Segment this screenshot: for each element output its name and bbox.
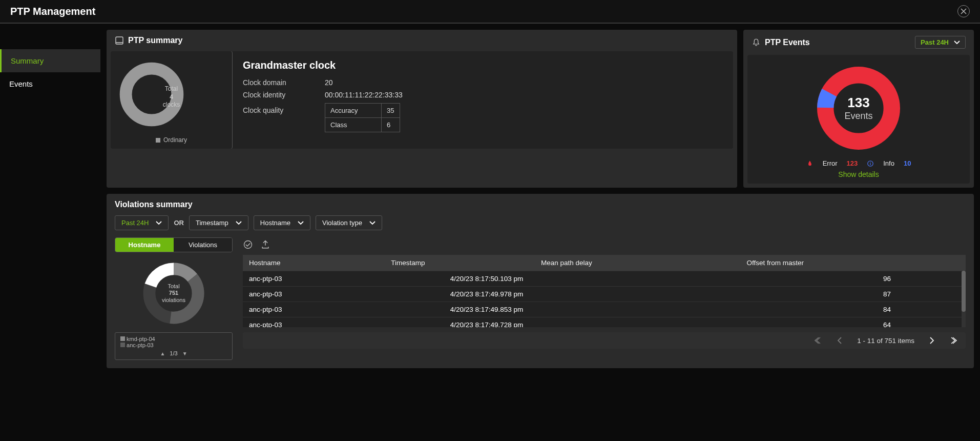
info-count: 10 <box>904 159 911 167</box>
table-row[interactable]: anc-ptp-034/20/23 8:17:49.978 pm87 <box>243 287 966 302</box>
chevron-down-icon <box>156 221 162 225</box>
table-pager: 1 - 11 of 751 items <box>243 332 966 349</box>
table-row[interactable]: anc-ptp-034/20/23 8:17:49.853 pm84 <box>243 302 966 317</box>
close-icon[interactable] <box>957 5 970 17</box>
show-details-link[interactable]: Show details <box>756 170 962 178</box>
gm-domain-value: 20 <box>325 78 333 87</box>
col-hostname[interactable]: Hostname <box>243 255 385 271</box>
seg-violations[interactable]: Violations <box>174 238 232 252</box>
events-total-value: 133 <box>847 95 869 111</box>
info-icon <box>867 160 874 167</box>
filter-hostname-dropdown[interactable]: Hostname <box>254 215 310 230</box>
quality-class-value: 6 <box>382 118 400 132</box>
table-cell: anc-ptp-03 <box>243 287 444 302</box>
pager-text: 1 - 11 of 751 items <box>857 337 914 345</box>
table-cell: 4/20/23 8:17:49.853 pm <box>444 302 823 317</box>
quality-accuracy-value: 35 <box>382 104 400 118</box>
gm-quality-label: Clock quality <box>243 103 325 114</box>
events-donut: 133 Events <box>812 62 905 154</box>
panel-title: PTP Events <box>765 38 810 47</box>
donut-center-label: Total <box>116 85 227 93</box>
select-all-icon[interactable] <box>243 239 253 250</box>
pager-first-icon[interactable] <box>814 336 822 345</box>
quality-table: Accuracy 35 Class 6 <box>325 103 400 132</box>
clocks-donut: Total 4 clocks Ordinary <box>111 51 233 149</box>
table-cell: 87 <box>877 287 966 302</box>
table-cell <box>823 287 877 302</box>
panel-violations: Violations summary Past 24H OR Timestamp… <box>107 194 974 368</box>
vio-center-value: 751 <box>169 290 178 296</box>
error-label: Error <box>823 159 838 167</box>
filter-type-label: Violation type <box>322 219 362 227</box>
table-cell: 4/20/23 8:17:49.728 pm <box>444 317 823 328</box>
table-row[interactable]: anc-ptp-034/20/23 8:17:49.728 pm64 <box>243 317 966 328</box>
seg-hostname[interactable]: Hostname <box>115 238 174 252</box>
filter-timestamp-label: Timestamp <box>196 219 228 227</box>
table-cell: 4/20/23 8:17:50.103 pm <box>444 271 823 287</box>
events-range-value: Past 24H <box>921 38 949 46</box>
donut-center-value: 4 <box>116 93 227 102</box>
legend-item: anc-ptp-03 <box>127 342 154 348</box>
sidebar-item-summary[interactable]: Summary <box>0 49 100 72</box>
vio-center-unit: violations <box>162 297 185 304</box>
gm-domain-label: Clock domain <box>243 78 325 87</box>
header: PTP Management <box>0 0 980 24</box>
scrollbar-track[interactable] <box>962 271 966 327</box>
bell-icon <box>752 38 761 47</box>
panel-title: Violations summary <box>115 200 193 209</box>
violations-legend: kmd-ptp-04 anc-ptp-03 ▲ 1/3 ▼ <box>115 332 233 360</box>
panel-title: PTP summary <box>128 36 182 45</box>
scrollbar-thumb[interactable] <box>962 271 966 312</box>
table-cell: anc-ptp-03 <box>243 271 444 287</box>
export-icon[interactable] <box>260 239 270 250</box>
col-timestamp[interactable]: Timestamp <box>385 255 535 271</box>
gm-title: Grandmaster clock <box>243 59 723 71</box>
svg-rect-6 <box>870 163 871 165</box>
grandmaster-box: Grandmaster clock Clock domain 20 Clock … <box>233 51 733 149</box>
chevron-down-icon <box>298 221 304 225</box>
table-cell <box>823 317 877 328</box>
pager-next-icon[interactable] <box>929 336 935 345</box>
filter-timestamp-dropdown[interactable]: Timestamp <box>189 215 248 230</box>
table-cell: anc-ptp-03 <box>243 302 444 317</box>
gm-identity-value: 00:00:11:11:22:22:33:33 <box>325 91 403 99</box>
violations-donut: Total 751 violations <box>138 257 210 329</box>
table-cell: 64 <box>877 317 966 328</box>
quality-accuracy-label: Accuracy <box>325 104 382 118</box>
panel-ptp-summary: PTP summary Total 4 clocks <box>107 30 737 188</box>
quality-class-label: Class <box>325 118 382 132</box>
table-cell: 84 <box>877 302 966 317</box>
legend-prev-icon[interactable]: ▲ <box>157 351 168 356</box>
events-range-dropdown[interactable]: Past 24H <box>915 36 966 49</box>
table-cell: 96 <box>877 271 966 287</box>
fire-icon <box>806 160 814 167</box>
legend-pager-text: 1/3 <box>170 350 177 356</box>
pager-last-icon[interactable] <box>949 336 957 345</box>
vio-center-label: Total <box>168 283 179 290</box>
table-row[interactable]: anc-ptp-034/20/23 8:17:50.103 pm96 <box>243 271 966 287</box>
legend-swatch <box>156 138 160 143</box>
summary-icon <box>115 36 124 45</box>
filter-type-dropdown[interactable]: Violation type <box>316 215 382 230</box>
chevron-down-icon <box>369 221 376 225</box>
legend-label: Ordinary <box>163 136 187 144</box>
table-cell: 4/20/23 8:17:49.978 pm <box>444 287 823 302</box>
filter-range-dropdown[interactable]: Past 24H <box>115 215 169 230</box>
page-title: PTP Management <box>10 6 95 17</box>
segmented-control: Hostname Violations <box>115 237 233 252</box>
gm-identity-label: Clock identity <box>243 91 325 99</box>
svg-point-12 <box>244 241 252 249</box>
col-mpd[interactable]: Mean path delay <box>535 255 741 271</box>
sidebar-item-events[interactable]: Events <box>0 72 100 95</box>
svg-rect-0 <box>116 37 123 44</box>
table-cell <box>823 271 877 287</box>
table-scroll[interactable]: anc-ptp-034/20/23 8:17:50.103 pm96anc-pt… <box>243 271 966 327</box>
pager-prev-icon[interactable] <box>837 336 843 345</box>
col-offset[interactable]: Offset from master <box>741 255 966 271</box>
filter-range-value: Past 24H <box>121 219 149 227</box>
legend-next-icon[interactable]: ▼ <box>179 351 191 356</box>
error-count: 123 <box>847 159 858 167</box>
svg-rect-7 <box>870 162 871 162</box>
violations-table: Hostname Timestamp Mean path delay Offse… <box>243 255 966 271</box>
donut-center-unit: clocks <box>116 101 227 109</box>
